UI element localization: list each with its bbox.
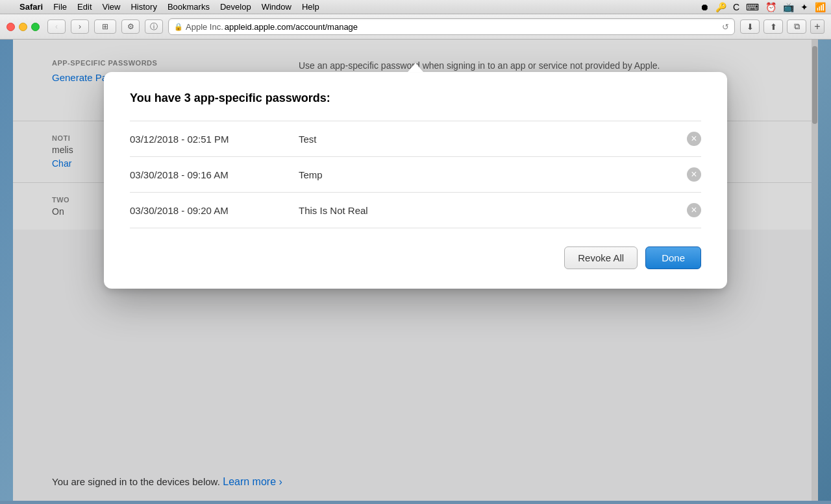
minimize-button[interactable]: [19, 23, 27, 31]
add-tab-button[interactable]: +: [810, 19, 825, 34]
refresh-icon[interactable]: ↺: [722, 22, 729, 32]
wifi-icon[interactable]: 📶: [815, 2, 826, 12]
c-icon[interactable]: C: [733, 2, 739, 12]
airdisplay-icon[interactable]: 📺: [783, 2, 794, 12]
modal-title: You have 3 app-specific passwords:: [130, 91, 701, 105]
password-item-3: 03/30/2018 - 09:20 AM This Is Not Real: [130, 193, 701, 228]
traffic-lights: [6, 23, 40, 31]
menu-window[interactable]: Window: [262, 2, 291, 12]
ssl-lock-icon: 🔒: [174, 23, 183, 31]
maximize-button[interactable]: [31, 23, 40, 31]
menu-bookmarks[interactable]: Bookmarks: [167, 2, 210, 12]
menu-edit[interactable]: Edit: [77, 2, 92, 12]
menu-view[interactable]: View: [103, 2, 121, 12]
menubar: Safari File Edit View History Bookmarks …: [0, 0, 831, 14]
revoke-button-3[interactable]: [687, 203, 701, 217]
browser-content: APP-SPECIFIC PASSWORDS Generate Password…: [0, 40, 831, 501]
password-date-3: 03/30/2018 - 09:20 AM: [130, 205, 299, 216]
keyboard-icon[interactable]: ⌨: [746, 2, 759, 12]
password-icon[interactable]: 🔑: [715, 2, 726, 12]
revoke-button-1[interactable]: [687, 132, 701, 146]
menu-develop[interactable]: Develop: [220, 2, 251, 12]
modal-overlay: You have 3 app-specific passwords: 03/12…: [13, 40, 818, 501]
timemachine-icon[interactable]: ⏰: [765, 2, 776, 12]
tabs-icon[interactable]: ⧉: [787, 19, 806, 34]
popover-arrow: [408, 63, 423, 72]
password-name-2: Temp: [299, 169, 687, 180]
url-bar[interactable]: 🔒 Apple Inc. appleid.apple.com/account/m…: [168, 18, 735, 35]
browser-toolbar: ‹ › ⊞ ⚙ ⓘ 🔒 Apple Inc. appleid.apple.com…: [0, 14, 831, 40]
password-history-modal: You have 3 app-specific passwords: 03/12…: [104, 72, 727, 289]
password-list: 03/12/2018 - 02:51 PM Test 03/30/2018 - …: [130, 121, 701, 228]
password-name-3: This Is Not Real: [299, 205, 687, 216]
done-button[interactable]: Done: [645, 246, 701, 269]
forward-button[interactable]: ›: [71, 19, 89, 34]
menu-file[interactable]: File: [53, 2, 67, 12]
password-item-1: 03/12/2018 - 02:51 PM Test: [130, 121, 701, 157]
sidebar-toggle[interactable]: ⊞: [94, 19, 116, 34]
settings-icon[interactable]: ⚙: [121, 19, 140, 34]
password-item-2: 03/30/2018 - 09:16 AM Temp: [130, 157, 701, 193]
menu-history[interactable]: History: [130, 2, 156, 12]
password-date-2: 03/30/2018 - 09:16 AM: [130, 169, 299, 180]
menubar-right-icons: ⏺ 🔑 C ⌨ ⏰ 📺 ✦ 📶: [700, 2, 826, 12]
bluetooth-icon[interactable]: ✦: [800, 2, 808, 12]
screenrecord-icon[interactable]: ⏺: [700, 2, 709, 12]
revoke-all-button[interactable]: Revoke All: [564, 246, 638, 269]
revoke-button-2[interactable]: [687, 167, 701, 182]
url-address: appleid.apple.com/account/manage: [225, 22, 358, 32]
menu-safari[interactable]: Safari: [19, 2, 43, 12]
url-company: Apple Inc.: [186, 22, 223, 32]
password-date-1: 03/12/2018 - 02:51 PM: [130, 134, 299, 145]
page-content: APP-SPECIFIC PASSWORDS Generate Password…: [13, 40, 818, 501]
back-button[interactable]: ‹: [47, 19, 66, 34]
toolbar-right: ⬇ ⬆ ⧉ +: [740, 19, 825, 34]
password-name-1: Test: [299, 134, 687, 145]
menu-help[interactable]: Help: [302, 2, 319, 12]
download-icon[interactable]: ⬇: [740, 19, 760, 34]
modal-actions: Revoke All Done: [130, 246, 701, 269]
info-button[interactable]: ⓘ: [145, 19, 163, 34]
close-button[interactable]: [6, 23, 15, 31]
share-icon[interactable]: ⬆: [763, 19, 783, 34]
